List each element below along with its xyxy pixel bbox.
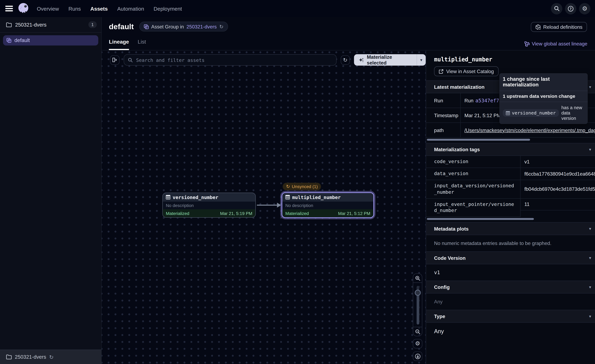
download-graph-icon[interactable] [413,351,422,361]
sidebar-group-label: 250321-dvers [15,22,46,28]
refresh-icon[interactable]: ↻ [219,24,223,29]
zoom-slider[interactable] [413,282,422,327]
tag-value: v1 [521,156,595,168]
help-icon[interactable]: ? [565,3,576,14]
dagster-app: Overview Runs Assets Automation Deployme… [0,0,595,364]
chevron-down-icon[interactable]: ▾ [417,58,426,62]
chevron-down-icon[interactable]: ▾ [589,285,591,289]
materialize-selected-button[interactable]: Materialize selected ▾ [354,54,426,66]
view-in-asset-catalog-button[interactable]: View in Asset Catalog [434,66,498,76]
primary-nav: Overview Runs Assets Automation Deployme… [37,6,182,12]
lineage-graph-icon [524,41,530,46]
section-heading: Type [434,314,445,319]
tab-list[interactable]: List [138,39,146,50]
page-header: default Asset Group in 250321-dvers ↻ Re… [102,17,595,50]
config-value: Any [426,294,595,310]
nav-assets[interactable]: Assets [90,6,108,12]
section-heading: Latest materialization [434,84,485,90]
horizontal-scrollbar[interactable] [427,218,534,220]
reload-definitions-label: Reload definitions [543,24,582,30]
asset-group-badge-prefix: Asset Group in [151,24,184,29]
collapse-panel-icon[interactable] [110,55,120,65]
refresh-graph-icon[interactable]: ↻ [341,55,350,65]
zoom-controls [413,273,422,336]
sidebar-footer-label: 250321-dvers [15,354,46,360]
panel-asset-title: multiplied_number [434,56,595,63]
nav-overview[interactable]: Overview [37,6,59,12]
search-icon[interactable] [551,3,562,14]
unsynced-badge-label: Unsynced (1) [292,184,318,189]
sparkle-icon [359,57,364,63]
menu-icon[interactable] [5,6,13,11]
table-icon [506,111,510,115]
section-materialization-tags[interactable]: Materialization tags ▾ [426,143,595,156]
tag-value: fb04dcb6970e4c3d1873de51fd5a5 [521,180,595,198]
chevron-down-icon[interactable]: ▾ [589,85,591,89]
page-title: default [109,22,134,31]
section-type[interactable]: Type ▾ [426,310,595,323]
asset-node-timestamp: Mar 21, 5:12 PM [338,211,370,216]
table-icon [285,195,290,199]
nav-deployment[interactable]: Deployment [154,6,182,12]
external-link-icon [439,69,444,74]
asset-chip[interactable]: versioned_number [503,109,559,117]
nav-actions: ? ⚙ [551,3,590,14]
sidebar-item-default[interactable]: default [3,35,98,46]
top-nav: Overview Runs Assets Automation Deployme… [0,0,595,17]
horizontal-scrollbar[interactable] [427,139,530,140]
type-value: Any [426,323,595,340]
zoom-out-icon[interactable] [413,327,422,336]
sidebar-group-count-badge: 1 [88,21,97,28]
materialization-tags-table: code_version v1 data_version f6ccba17763… [426,156,595,217]
dagster-logo-icon[interactable] [17,2,29,15]
asset-node-versioned-number[interactable]: versioned_number No description Material… [163,193,256,218]
tab-lineage[interactable]: Lineage [109,39,129,50]
tag-key: code_version [426,156,521,168]
tag-value: f6ccba1776380941e9cd1ea66481d [521,168,595,180]
section-metadata-plots[interactable]: Metadata plots ▾ [426,222,595,235]
search-input[interactable] [135,57,332,63]
chevron-down-icon[interactable]: ▾ [589,227,591,231]
nav-runs[interactable]: Runs [69,6,81,12]
asset-group-badge: Asset Group in 250321-dvers ↻ [139,21,228,31]
asset-chip-label: versioned_number [512,110,556,116]
folder-icon [6,355,12,359]
section-config[interactable]: Config ▾ [426,281,595,294]
lineage-edge-arrow [256,201,282,209]
asset-node-status: Materialized [166,211,189,216]
view-global-asset-lineage-label: View global asset lineage [532,41,588,47]
table-icon [166,195,170,199]
view-global-asset-lineage-link[interactable]: View global asset lineage [524,41,587,47]
path-link[interactable]: /Users/smackesey/stm/code/elementl/exper… [464,127,595,133]
chevron-down-icon[interactable]: ▾ [589,147,591,152]
asset-node-name: versioned_number [173,194,218,200]
asset-node-status: Materialized [285,211,309,216]
nav-automation[interactable]: Automation [117,6,144,12]
section-heading: Materialization tags [434,147,480,152]
lineage-canvas[interactable]: ↻ Materialize selected ▾ ↻ Unsynced (1) [102,50,426,364]
zoom-slider-handle[interactable] [415,290,421,296]
sidebar-footer[interactable]: 250321-dvers ↻ [0,350,101,364]
graph-settings-gear-icon[interactable]: ⚙ [413,339,422,349]
tag-key: input_data_version/versioned_number [426,180,521,198]
materialize-selected-label: Materialize selected [367,54,412,66]
run-id-link[interactable]: a5347ef7 [475,98,499,103]
refresh-icon[interactable]: ↻ [49,354,53,360]
reload-definitions-button[interactable]: Reload definitions [531,22,587,32]
settings-gear-icon[interactable]: ⚙ [579,3,590,14]
sidebar-item-label: default [14,37,30,43]
tooltip-title: 1 change since last materialization [499,73,588,91]
sidebar-group-row[interactable]: 250321-dvers 1 [0,17,101,33]
folder-icon [6,22,12,27]
chevron-down-icon[interactable]: ▾ [589,256,591,260]
lineage-toolbar: ↻ Materialize selected ▾ [110,54,426,66]
asset-group-badge-link[interactable]: 250321-dvers [186,24,217,29]
zoom-in-icon[interactable] [413,274,422,282]
section-heading: Config [434,284,450,290]
chevron-down-icon[interactable]: ▾ [589,314,591,318]
section-code-version[interactable]: Code Version ▾ [426,252,595,265]
metadata-plots-empty-text: No numeric metadata entries available to… [426,235,595,251]
asset-node-multiplied-number[interactable]: multiplied_number No description Materia… [282,192,374,218]
unsynced-badge[interactable]: ↻ Unsynced (1) [283,183,321,190]
tag-key: data_version [426,168,521,180]
